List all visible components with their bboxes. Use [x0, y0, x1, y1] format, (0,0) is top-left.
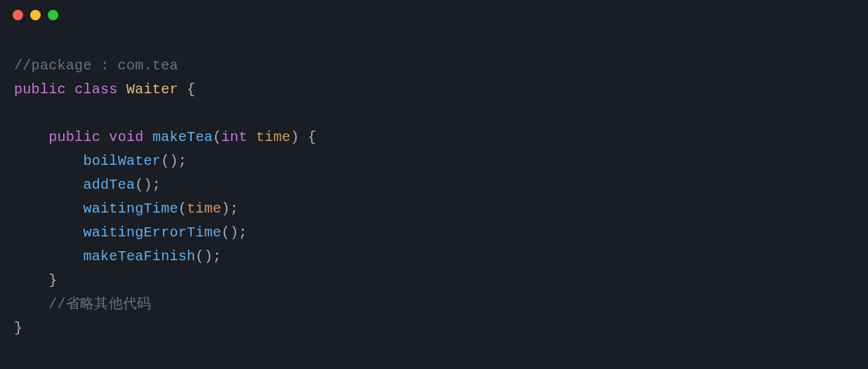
param-type-text: int [221, 129, 247, 145]
code-line: waitingTime(time); [14, 197, 854, 221]
parens-text: (); [195, 248, 221, 264]
arg-text: time [187, 201, 221, 217]
code-line: public class Waiter { [14, 78, 854, 102]
method-call: makeTeaFinish [83, 248, 195, 264]
parens-text: (); [161, 153, 187, 169]
keyword-public: public [14, 81, 66, 98]
keyword-class: class [74, 81, 118, 98]
code-line: } [14, 316, 854, 340]
param-name-text: time [256, 129, 291, 145]
parens-text: (); [135, 177, 161, 193]
method-call: waitingTime [83, 201, 178, 217]
code-line: boilWater(); [14, 149, 854, 173]
code-line [14, 102, 854, 126]
method-name: makeTea [152, 129, 213, 145]
code-window: //package : com.tea public class Waiter … [0, 0, 868, 369]
code-line: //省略其他代码 [14, 293, 854, 316]
keyword-public: public [48, 129, 100, 145]
code-line: //package : com.tea [14, 54, 854, 78]
brace-text: { [299, 129, 317, 145]
code-editor[interactable]: //package : com.tea public class Waiter … [0, 26, 868, 354]
paren-text: ( [178, 201, 187, 217]
parens-text: (); [221, 224, 247, 241]
method-call: waitingErrorTime [83, 224, 221, 241]
method-call: boilWater [83, 153, 161, 169]
comment-text: //package : com.tea [14, 58, 178, 74]
paren-text: ) [291, 129, 299, 145]
classname-text: Waiter [126, 81, 178, 98]
code-line: public void makeTea(int time) { [14, 126, 854, 149]
keyword-void: void [109, 129, 143, 145]
code-line: makeTeaFinish(); [14, 245, 854, 269]
brace-text: { [178, 81, 196, 98]
code-line: waitingErrorTime(); [14, 221, 854, 245]
code-line: } [14, 269, 854, 293]
code-line: addTea(); [14, 173, 854, 197]
paren-text: ( [213, 129, 221, 145]
brace-text: } [48, 272, 57, 288]
paren-text: ); [221, 201, 239, 217]
titlebar [0, 0, 868, 26]
minimize-icon[interactable] [30, 10, 41, 20]
comment-text: //省略其他代码 [48, 296, 151, 312]
method-call: addTea [83, 177, 135, 193]
brace-text: } [14, 320, 22, 336]
maximize-icon[interactable] [48, 10, 58, 20]
close-icon[interactable] [13, 10, 23, 20]
